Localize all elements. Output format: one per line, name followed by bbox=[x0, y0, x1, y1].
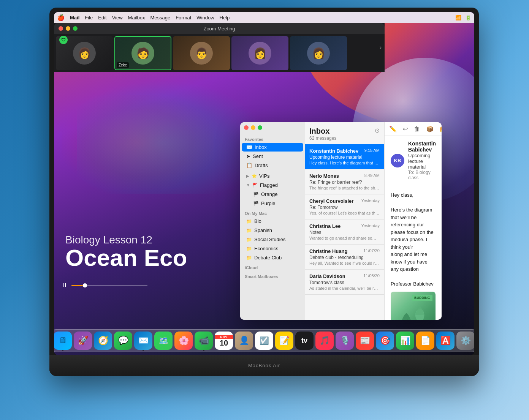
sent-item[interactable]: ➤ Sent bbox=[242, 152, 303, 161]
purple-item[interactable]: 🏴 Purple bbox=[242, 199, 303, 208]
pause-icon[interactable]: ⏸ bbox=[62, 282, 68, 289]
zoom-titlebar: Zoom Meeting bbox=[54, 23, 385, 34]
menu-message[interactable]: Message bbox=[150, 15, 170, 21]
menu-view[interactable]: View bbox=[112, 15, 123, 21]
sender-name: Konstantin Babichev bbox=[408, 141, 436, 153]
msg5-subject: Debate club - rescheduling bbox=[309, 255, 380, 260]
dock-system-preferences[interactable]: ⚙️ bbox=[456, 332, 474, 350]
message-item-1[interactable]: Konstantin Babichev 9:15 AM Upcoming lec… bbox=[305, 144, 384, 169]
dock-news[interactable]: 📰 bbox=[356, 332, 374, 350]
message-item-2[interactable]: Nerio Mones 8:49 AM Re: Fringe or barrie… bbox=[305, 169, 384, 194]
dock-music[interactable]: 🎵 bbox=[315, 332, 334, 350]
dock-appstore[interactable]: 🅰️ bbox=[436, 332, 455, 350]
inbox-item[interactable]: ✉️ Inbox bbox=[242, 143, 303, 152]
spanish-item[interactable]: 📁 Spanish bbox=[242, 226, 303, 235]
mail-maximize[interactable] bbox=[258, 125, 262, 130]
msg1-preview: Hey class, Here's the diagram that we'll… bbox=[309, 161, 380, 165]
menu-file[interactable]: File bbox=[85, 15, 93, 21]
mail-list-header: Inbox 62 messages ⊙ bbox=[305, 122, 384, 144]
economics-item[interactable]: 📁 Economics bbox=[242, 244, 303, 253]
minimize-button[interactable] bbox=[66, 26, 70, 31]
social-studies-item[interactable]: 📁 Social Studies bbox=[242, 235, 303, 244]
vips-item[interactable]: ▶ ⭐ VIPs bbox=[242, 172, 303, 180]
mail-window: Favorites ✉️ Inbox ➤ Sent 📋 Drafts bbox=[240, 122, 442, 320]
msg6-subject: Tomorrow's class bbox=[309, 280, 380, 285]
dock-contacts[interactable]: 👤 bbox=[235, 332, 253, 350]
dock-safari[interactable]: 🧭 bbox=[94, 332, 112, 350]
msg1-from: Konstantin Babichev bbox=[309, 148, 358, 154]
debate-club-item[interactable]: 📁 Debate Club bbox=[242, 253, 303, 262]
dock-photos[interactable]: 🌸 bbox=[174, 332, 193, 350]
dock-finder[interactable]: 🖥 bbox=[54, 332, 72, 350]
menu-window[interactable]: Window bbox=[196, 15, 214, 21]
battery-icon: 🔋 bbox=[465, 15, 471, 21]
icloud-section: iCloud bbox=[240, 264, 305, 271]
vips-section: ▶ ⭐ VIPs ▼ 🚩 Flagged 🏴 Orange bbox=[240, 172, 305, 208]
dock: 🖥 🚀 🧭 💬 ✉️ bbox=[54, 329, 474, 352]
dock-launchpad[interactable]: 🚀 bbox=[74, 332, 92, 350]
wifi-icon: 📶 bbox=[455, 15, 461, 21]
message-item-4[interactable]: Christina Lee Yesterday Notes Wanted to … bbox=[305, 219, 384, 245]
progress-bar[interactable] bbox=[71, 285, 147, 286]
menu-format[interactable]: Format bbox=[176, 15, 191, 21]
msg4-from: Christina Lee bbox=[309, 223, 341, 229]
menu-mail[interactable]: Mail bbox=[70, 15, 79, 21]
drafts-item[interactable]: 📋 Drafts bbox=[242, 161, 303, 170]
reply-icon[interactable]: ↩ bbox=[403, 125, 408, 133]
dock-calendar[interactable]: NOV 10 bbox=[215, 332, 233, 350]
msg6-preview: As stated in the calendar, we'll be revi… bbox=[309, 286, 380, 291]
dock-maps[interactable]: 🗺️ bbox=[154, 332, 173, 350]
dock-facetime[interactable]: 📹 bbox=[195, 332, 213, 350]
message-item-3[interactable]: Cheryl Courvoisier Yesterday Re: Tomorro… bbox=[305, 194, 384, 219]
next-arrow[interactable]: › bbox=[380, 44, 382, 51]
favorites-header: Favorites bbox=[240, 136, 305, 142]
zoom-participants: 👩 🧑 Zeke 👨 bbox=[54, 34, 385, 72]
macbook-bottom-bar: MacBook Air bbox=[49, 355, 479, 376]
maximize-button[interactable] bbox=[73, 26, 78, 31]
trash-icon[interactable]: 🗑 bbox=[414, 126, 420, 133]
menu-mailbox[interactable]: Mailbox bbox=[128, 15, 145, 21]
msg1-subject: Upcoming lecture material bbox=[309, 155, 380, 160]
folder-icon[interactable]: 📂 bbox=[440, 125, 442, 133]
participant-tile-5: 👩 bbox=[290, 36, 347, 70]
dock-appletv[interactable]: tv bbox=[295, 332, 314, 350]
filter-icon[interactable]: ⊙ bbox=[375, 127, 380, 134]
on-my-mac-header: On My Mac bbox=[240, 210, 305, 216]
msg6-from: Darla Davidson bbox=[309, 273, 345, 279]
dock-mail[interactable]: ✉️ bbox=[134, 332, 152, 350]
orange-item[interactable]: 🏴 Orange bbox=[242, 190, 303, 199]
security-shield: 🛡 bbox=[59, 36, 68, 44]
msg2-time: 8:49 AM bbox=[364, 173, 380, 179]
dock-podcasts[interactable]: 🎙️ bbox=[336, 332, 354, 350]
sender-avatar: KB bbox=[391, 154, 404, 167]
dock-pages[interactable]: 📄 bbox=[416, 332, 434, 350]
message-item-6[interactable]: Darla Davidson 11/05/20 Tomorrow's class… bbox=[305, 270, 384, 295]
biology-diagram-image: BUDDING POLYP bbox=[391, 292, 436, 320]
flagged-item[interactable]: ▼ 🚩 Flagged bbox=[242, 181, 303, 189]
zoom-window: Zoom Meeting 👩 🧑 Zeke bbox=[54, 23, 385, 72]
on-my-mac-section: On My Mac 📁 Bio 📁 Spanish 📁 Social Studi… bbox=[240, 210, 305, 262]
mail-minimize[interactable] bbox=[251, 125, 255, 130]
inbox-count: 62 messages bbox=[309, 136, 336, 141]
menu-edit[interactable]: Edit bbox=[98, 15, 106, 21]
close-button[interactable] bbox=[59, 26, 63, 31]
apple-menu[interactable]: 🍎 bbox=[57, 14, 65, 21]
smart-mailboxes-section: Smart Mailboxes bbox=[240, 273, 305, 279]
body-text: Here's the diagram that we'll be referen… bbox=[391, 206, 436, 273]
greeting: Hey class, bbox=[391, 191, 436, 199]
dock-messages[interactable]: 💬 bbox=[114, 332, 132, 350]
detail-subject: Upcoming lecture material bbox=[408, 153, 436, 170]
bio-item[interactable]: 📁 Bio bbox=[242, 217, 303, 226]
archive-icon[interactable]: 📦 bbox=[426, 125, 434, 133]
compose-icon[interactable]: ✏️ bbox=[389, 125, 397, 133]
mail-close[interactable] bbox=[244, 125, 249, 130]
traffic-lights bbox=[59, 26, 78, 31]
dock-keynote[interactable]: 🎯 bbox=[376, 332, 394, 350]
macbook-frame: 🍎 Mail File Edit View Mailbox Message Fo… bbox=[49, 8, 479, 376]
dock-reminders[interactable]: ☑️ bbox=[255, 332, 273, 350]
menu-bar: 🍎 Mail File Edit View Mailbox Message Fo… bbox=[54, 12, 474, 23]
dock-notes[interactable]: 📝 bbox=[275, 332, 293, 350]
message-item-5[interactable]: Christine Huang 11/07/20 Debate club - r… bbox=[305, 245, 384, 270]
dock-numbers[interactable]: 📊 bbox=[396, 332, 414, 350]
menu-help[interactable]: Help bbox=[220, 15, 230, 21]
